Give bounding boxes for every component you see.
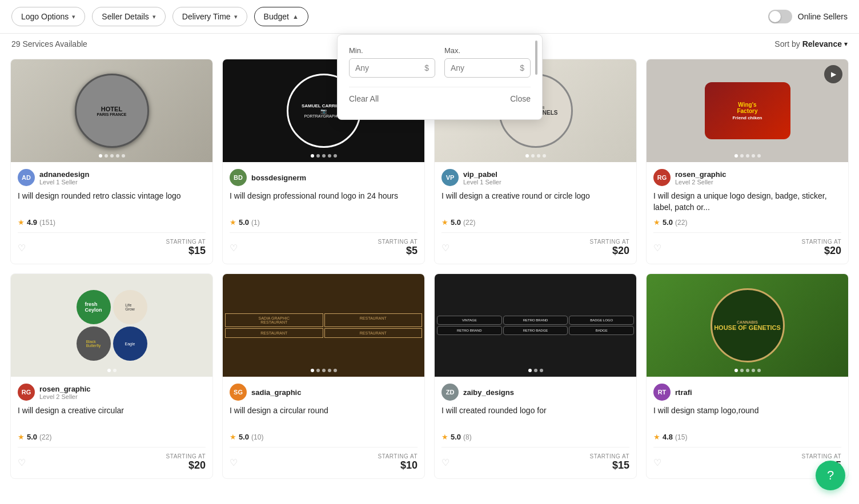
favorite-button[interactable]: ♡: [230, 243, 238, 253]
dot-1: [740, 154, 744, 158]
seller-details: sadia_graphic: [251, 388, 301, 397]
avatar: VP: [441, 169, 459, 186]
card-title: I will design stamp logo,round: [653, 405, 841, 428]
seller-details: bossdesignerm: [251, 174, 306, 182]
favorite-button[interactable]: ♡: [230, 457, 238, 468]
dot-2: [322, 154, 326, 158]
avatar: AD: [18, 169, 35, 186]
image-dots: [107, 369, 117, 372]
favorite-button[interactable]: ♡: [441, 457, 449, 468]
dot-0: [107, 369, 111, 372]
filter-bar: Logo Options ▾ Seller Details ▾ Delivery…: [0, 0, 859, 34]
favorite-button[interactable]: ♡: [441, 243, 449, 253]
seller-info: BD bossdesignerm: [230, 169, 418, 186]
rating-count: (22): [675, 219, 687, 227]
card-body: RG rosen_graphic Level 2 Seller I will d…: [647, 162, 848, 264]
card-image-1: HOTEL PARIS FRANCE: [11, 59, 212, 162]
price-value: $15: [590, 459, 629, 471]
budget-range-row: Min. $ Max. $: [349, 46, 531, 78]
dot-2: [746, 369, 749, 372]
budget-filter[interactable]: Budget ▲: [254, 7, 308, 26]
seller-name: adnanedesign: [39, 170, 89, 179]
rating-value: 5.0: [239, 218, 249, 227]
dot-4: [334, 154, 337, 158]
rating-value: 5.0: [451, 218, 461, 227]
price-info: STARTING AT $15: [590, 453, 629, 471]
image-dots: [734, 154, 761, 158]
star-icon: ★: [441, 218, 448, 227]
budget-max-input-wrap: $: [444, 58, 531, 78]
card-body: ZD zaiby_designs I will created rounded …: [435, 377, 636, 478]
logo-options-chevron-icon: ▾: [72, 13, 75, 21]
services-count: 29 Services Available: [11, 39, 87, 49]
card-1[interactable]: HOTEL PARIS FRANCE AD adnanedesign Level…: [10, 59, 213, 264]
dot-4: [757, 369, 761, 372]
card-body: SG sadia_graphic I will design a circula…: [223, 377, 424, 478]
dot-1: [316, 154, 320, 158]
budget-clear-button[interactable]: Clear All: [349, 90, 379, 108]
budget-min-input[interactable]: [355, 63, 421, 72]
seller-name: rosen_graphic: [39, 385, 91, 393]
card-image-8: CANNABIS HOUSE OF GENETICS: [647, 274, 848, 377]
card-8[interactable]: CANNABIS HOUSE OF GENETICS RT rtrafi I w…: [646, 273, 849, 479]
budget-close-button[interactable]: Close: [510, 90, 531, 108]
favorite-button[interactable]: ♡: [653, 243, 661, 253]
card-footer: ♡ STARTING AT $5: [230, 232, 418, 257]
rating-count: (15): [675, 433, 687, 441]
image-dots: [734, 369, 761, 372]
starting-at-label: STARTING AT: [802, 453, 841, 459]
play-button[interactable]: ▶: [824, 65, 842, 83]
avatar: RG: [18, 384, 35, 401]
dot-1: [531, 154, 535, 158]
sort-chevron-icon[interactable]: ▾: [844, 40, 848, 48]
logo-options-filter[interactable]: Logo Options ▾: [11, 7, 85, 26]
favorite-button[interactable]: ♡: [653, 457, 661, 468]
dot-0: [311, 154, 314, 158]
dot-0: [99, 154, 102, 158]
starting-at-label: STARTING AT: [590, 453, 629, 459]
budget-max-label: Max.: [444, 46, 531, 55]
delivery-time-filter[interactable]: Delivery Time ▾: [172, 7, 247, 26]
dot-2: [322, 369, 326, 372]
favorite-button[interactable]: ♡: [18, 243, 26, 253]
price-value: $10: [378, 459, 418, 471]
seller-details: rosen_graphic Level 2 Seller: [675, 170, 726, 186]
card-image-4: Wing'sFactoryFriend chiken ▶: [647, 59, 848, 162]
avatar: BD: [230, 169, 247, 186]
dot-1: [316, 369, 320, 372]
seller-details-filter[interactable]: Seller Details ▾: [92, 7, 165, 26]
price-value: $15: [166, 245, 206, 257]
online-sellers-toggle[interactable]: [768, 10, 792, 23]
card-4[interactable]: Wing'sFactoryFriend chiken ▶ RG rosen_gr…: [646, 59, 849, 264]
starting-at-label: STARTING AT: [166, 453, 206, 459]
seller-level: Level 2 Seller: [39, 393, 91, 400]
scrollbar[interactable]: [535, 41, 537, 75]
avatar: ZD: [441, 384, 459, 401]
seller-details-chevron-icon: ▾: [152, 13, 156, 21]
budget-actions: Clear All Close: [349, 87, 531, 108]
card-6[interactable]: SADIA GRAPHICRESTAURANT RESTAURANT RESTA…: [222, 273, 425, 479]
card-5[interactable]: freshCeylon LifeGrow BlackButterfly Eagl…: [10, 273, 213, 479]
dot-3: [328, 154, 331, 158]
rating-row: ★ 5.0 (22): [653, 218, 841, 227]
card-body: VP vip_pabel Level 1 Seller I will desig…: [435, 162, 636, 264]
price-info: STARTING AT $20: [166, 453, 206, 471]
dot-1: [113, 369, 117, 372]
dot-4: [334, 369, 337, 372]
seller-info: RG rosen_graphic Level 2 Seller: [653, 169, 841, 186]
budget-max-currency: $: [520, 63, 524, 72]
budget-max-input[interactable]: [451, 63, 516, 72]
delivery-time-chevron-icon: ▾: [234, 13, 238, 21]
budget-chevron-icon: ▲: [292, 13, 299, 20]
budget-min-input-wrap: $: [349, 58, 435, 78]
sort-by-group: Sort by Relevance ▾: [774, 39, 848, 49]
logo-options-label: Logo Options: [21, 12, 69, 21]
card-7[interactable]: VINTAGE RETRO BRAND BADGE LOGO RETRO BRA…: [434, 273, 637, 479]
seller-info: VP vip_pabel Level 1 Seller: [441, 169, 629, 186]
favorite-button[interactable]: ♡: [18, 457, 26, 468]
image-dots: [99, 154, 125, 158]
rating-row: ★ 4.8 (15): [653, 433, 841, 441]
price-value: $20: [802, 245, 841, 257]
dot-4: [122, 154, 125, 158]
rating-value: 4.9: [27, 218, 37, 227]
